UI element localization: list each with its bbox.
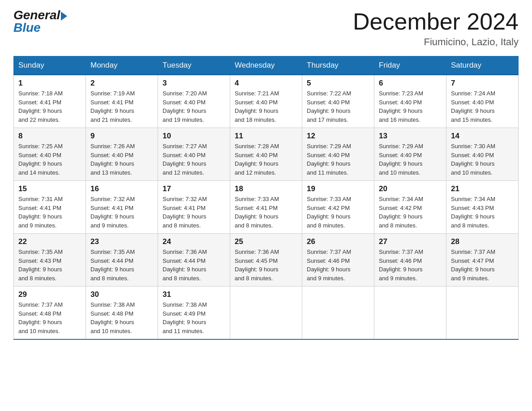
- day-number: 1: [18, 79, 81, 88]
- calendar-cell: 5Sunrise: 7:22 AMSunset: 4:40 PMDaylight…: [302, 75, 374, 128]
- calendar-cell: 19Sunrise: 7:33 AMSunset: 4:42 PMDayligh…: [302, 181, 374, 234]
- day-info: Sunrise: 7:35 AMSunset: 4:44 PMDaylight:…: [90, 248, 153, 283]
- logo-blue-text: Blue: [13, 21, 41, 34]
- day-header-wednesday: Wednesday: [230, 56, 302, 75]
- day-info: Sunrise: 7:32 AMSunset: 4:41 PMDaylight:…: [90, 195, 153, 230]
- day-number: 11: [235, 132, 297, 141]
- day-info: Sunrise: 7:30 AMSunset: 4:40 PMDaylight:…: [451, 142, 514, 177]
- day-number: 10: [163, 132, 225, 141]
- calendar-week-row: 1Sunrise: 7:18 AMSunset: 4:41 PMDaylight…: [14, 75, 519, 128]
- day-number: 16: [90, 184, 153, 193]
- logo-triangle-icon: [61, 12, 67, 21]
- calendar-cell: 3Sunrise: 7:20 AMSunset: 4:40 PMDaylight…: [158, 75, 230, 128]
- day-info: Sunrise: 7:20 AMSunset: 4:40 PMDaylight:…: [163, 89, 225, 124]
- day-number: 14: [451, 132, 514, 141]
- calendar-cell: 11Sunrise: 7:28 AMSunset: 4:40 PMDayligh…: [230, 128, 302, 181]
- calendar-cell: 8Sunrise: 7:25 AMSunset: 4:40 PMDaylight…: [14, 128, 86, 181]
- day-info: Sunrise: 7:36 AMSunset: 4:45 PMDaylight:…: [235, 248, 297, 283]
- calendar-cell: 18Sunrise: 7:33 AMSunset: 4:41 PMDayligh…: [230, 181, 302, 234]
- calendar-cell: 10Sunrise: 7:27 AMSunset: 4:40 PMDayligh…: [158, 128, 230, 181]
- day-number: 9: [90, 132, 153, 141]
- day-header-sunday: Sunday: [14, 56, 86, 75]
- day-number: 27: [379, 237, 442, 246]
- calendar-cell: 4Sunrise: 7:21 AMSunset: 4:40 PMDaylight…: [230, 75, 302, 128]
- calendar-cell: 22Sunrise: 7:35 AMSunset: 4:43 PMDayligh…: [14, 234, 86, 287]
- calendar-week-row: 22Sunrise: 7:35 AMSunset: 4:43 PMDayligh…: [14, 234, 519, 287]
- day-info: Sunrise: 7:32 AMSunset: 4:41 PMDaylight:…: [163, 195, 225, 230]
- day-header-tuesday: Tuesday: [158, 56, 230, 75]
- day-number: 19: [307, 184, 369, 193]
- day-info: Sunrise: 7:35 AMSunset: 4:43 PMDaylight:…: [18, 248, 81, 283]
- calendar-cell: [302, 287, 374, 340]
- day-info: Sunrise: 7:26 AMSunset: 4:40 PMDaylight:…: [90, 142, 153, 177]
- logo-general-text: General: [13, 9, 60, 21]
- calendar-table: SundayMondayTuesdayWednesdayThursdayFrid…: [13, 56, 519, 340]
- calendar-week-row: 8Sunrise: 7:25 AMSunset: 4:40 PMDaylight…: [14, 128, 519, 181]
- day-info: Sunrise: 7:34 AMSunset: 4:43 PMDaylight:…: [451, 195, 514, 230]
- calendar-cell: 21Sunrise: 7:34 AMSunset: 4:43 PMDayligh…: [446, 181, 519, 234]
- calendar-cell: 28Sunrise: 7:37 AMSunset: 4:47 PMDayligh…: [446, 234, 519, 287]
- day-number: 28: [451, 237, 514, 246]
- day-info: Sunrise: 7:24 AMSunset: 4:40 PMDaylight:…: [451, 89, 514, 124]
- location-title: Fiumicino, Lazio, Italy: [353, 36, 519, 48]
- day-number: 8: [18, 132, 81, 141]
- day-number: 7: [451, 79, 514, 88]
- calendar-cell: 24Sunrise: 7:36 AMSunset: 4:44 PMDayligh…: [158, 234, 230, 287]
- day-info: Sunrise: 7:34 AMSunset: 4:42 PMDaylight:…: [379, 195, 442, 230]
- day-number: 30: [90, 290, 153, 299]
- calendar-cell: 16Sunrise: 7:32 AMSunset: 4:41 PMDayligh…: [86, 181, 158, 234]
- day-number: 31: [163, 290, 225, 299]
- calendar-cell: 26Sunrise: 7:37 AMSunset: 4:46 PMDayligh…: [302, 234, 374, 287]
- day-info: Sunrise: 7:33 AMSunset: 4:41 PMDaylight:…: [235, 195, 297, 230]
- day-info: Sunrise: 7:38 AMSunset: 4:48 PMDaylight:…: [90, 300, 153, 335]
- day-info: Sunrise: 7:29 AMSunset: 4:40 PMDaylight:…: [307, 142, 369, 177]
- day-number: 25: [235, 237, 297, 246]
- month-title: December 2024: [353, 9, 519, 34]
- calendar-cell: 17Sunrise: 7:32 AMSunset: 4:41 PMDayligh…: [158, 181, 230, 234]
- calendar-cell: 23Sunrise: 7:35 AMSunset: 4:44 PMDayligh…: [86, 234, 158, 287]
- day-number: 26: [307, 237, 369, 246]
- calendar-cell: 2Sunrise: 7:19 AMSunset: 4:41 PMDaylight…: [86, 75, 158, 128]
- day-info: Sunrise: 7:18 AMSunset: 4:41 PMDaylight:…: [18, 89, 81, 124]
- calendar-cell: 14Sunrise: 7:30 AMSunset: 4:40 PMDayligh…: [446, 128, 519, 181]
- day-number: 18: [235, 184, 297, 193]
- day-info: Sunrise: 7:19 AMSunset: 4:41 PMDaylight:…: [90, 89, 153, 124]
- day-number: 4: [235, 79, 297, 88]
- day-info: Sunrise: 7:22 AMSunset: 4:40 PMDaylight:…: [307, 89, 369, 124]
- day-info: Sunrise: 7:37 AMSunset: 4:46 PMDaylight:…: [379, 248, 442, 283]
- day-number: 6: [379, 79, 442, 88]
- day-header-monday: Monday: [86, 56, 158, 75]
- day-header-thursday: Thursday: [302, 56, 374, 75]
- day-number: 12: [307, 132, 369, 141]
- day-info: Sunrise: 7:25 AMSunset: 4:40 PMDaylight:…: [18, 142, 81, 177]
- day-number: 5: [307, 79, 369, 88]
- day-info: Sunrise: 7:29 AMSunset: 4:40 PMDaylight:…: [379, 142, 442, 177]
- day-number: 22: [18, 237, 81, 246]
- calendar-cell: 25Sunrise: 7:36 AMSunset: 4:45 PMDayligh…: [230, 234, 302, 287]
- calendar-cell: 31Sunrise: 7:38 AMSunset: 4:49 PMDayligh…: [158, 287, 230, 340]
- day-number: 15: [18, 184, 81, 193]
- day-header-friday: Friday: [374, 56, 446, 75]
- calendar-cell: 30Sunrise: 7:38 AMSunset: 4:48 PMDayligh…: [86, 287, 158, 340]
- logo: General Blue: [13, 9, 67, 34]
- day-info: Sunrise: 7:38 AMSunset: 4:49 PMDaylight:…: [163, 300, 225, 335]
- calendar-cell: 6Sunrise: 7:23 AMSunset: 4:40 PMDaylight…: [374, 75, 446, 128]
- day-number: 24: [163, 237, 225, 246]
- day-info: Sunrise: 7:21 AMSunset: 4:40 PMDaylight:…: [235, 89, 297, 124]
- calendar-cell: 7Sunrise: 7:24 AMSunset: 4:40 PMDaylight…: [446, 75, 519, 128]
- day-info: Sunrise: 7:27 AMSunset: 4:40 PMDaylight:…: [163, 142, 225, 177]
- day-info: Sunrise: 7:37 AMSunset: 4:46 PMDaylight:…: [307, 248, 369, 283]
- day-info: Sunrise: 7:31 AMSunset: 4:41 PMDaylight:…: [18, 195, 81, 230]
- day-info: Sunrise: 7:37 AMSunset: 4:48 PMDaylight:…: [18, 300, 81, 335]
- calendar-cell: 9Sunrise: 7:26 AMSunset: 4:40 PMDaylight…: [86, 128, 158, 181]
- calendar-cell: 1Sunrise: 7:18 AMSunset: 4:41 PMDaylight…: [14, 75, 86, 128]
- day-info: Sunrise: 7:28 AMSunset: 4:40 PMDaylight:…: [235, 142, 297, 177]
- calendar-header-row: SundayMondayTuesdayWednesdayThursdayFrid…: [14, 56, 519, 75]
- day-number: 13: [379, 132, 442, 141]
- day-number: 17: [163, 184, 225, 193]
- title-block: December 2024 Fiumicino, Lazio, Italy: [353, 9, 519, 48]
- calendar-cell: [230, 287, 302, 340]
- calendar-cell: [446, 287, 519, 340]
- day-number: 23: [90, 237, 153, 246]
- day-number: 20: [379, 184, 442, 193]
